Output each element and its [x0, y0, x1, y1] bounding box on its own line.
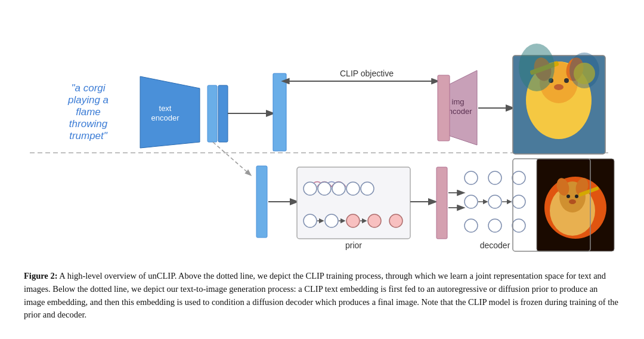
svg-text:trumpet": trumpet" — [69, 130, 108, 141]
svg-point-42 — [304, 214, 317, 227]
svg-point-26 — [564, 78, 569, 83]
svg-point-54 — [512, 171, 525, 184]
svg-point-27 — [554, 84, 564, 90]
svg-point-52 — [465, 171, 478, 184]
svg-point-62 — [512, 219, 525, 232]
main-container: "a corgi playing a flame throwing trumpe… — [0, 0, 644, 331]
svg-text:CLIP objective: CLIP objective — [340, 69, 394, 78]
svg-text:flame: flame — [76, 106, 101, 118]
svg-point-49 — [389, 214, 402, 227]
svg-point-71 — [566, 195, 570, 198]
svg-text:prior: prior — [345, 241, 362, 250]
svg-point-72 — [575, 195, 578, 198]
svg-point-37 — [304, 182, 317, 195]
figure-label: Figure 2: — [24, 271, 58, 281]
svg-point-32 — [569, 53, 599, 88]
svg-point-39 — [332, 182, 345, 195]
svg-text:throwing: throwing — [69, 118, 108, 130]
caption-text: A high-level overview of unCLIP. Above t… — [24, 271, 618, 319]
svg-point-61 — [488, 219, 501, 232]
svg-point-48 — [368, 214, 381, 227]
svg-point-41 — [361, 182, 374, 195]
svg-point-59 — [512, 195, 525, 208]
svg-point-53 — [488, 171, 501, 184]
svg-text:"a corgi: "a corgi — [71, 82, 106, 94]
svg-text:encoder: encoder — [151, 113, 180, 122]
svg-text:img: img — [452, 97, 465, 106]
svg-line-33 — [213, 142, 250, 175]
svg-text:text: text — [159, 104, 172, 113]
svg-point-31 — [519, 44, 555, 91]
svg-point-44 — [325, 214, 338, 227]
diagram-svg: "a corgi playing a flame throwing trumpe… — [24, 11, 620, 267]
svg-rect-10 — [218, 85, 228, 142]
svg-point-38 — [318, 182, 331, 195]
caption-area: Figure 2: A high-level overview of unCLI… — [24, 270, 620, 322]
svg-text:decoder: decoder — [480, 241, 510, 250]
svg-rect-9 — [208, 85, 217, 142]
svg-text:playing a: playing a — [67, 94, 109, 106]
svg-rect-34 — [256, 166, 267, 238]
svg-point-73 — [569, 199, 576, 204]
svg-rect-12 — [273, 73, 286, 151]
svg-point-55 — [465, 195, 478, 208]
svg-rect-36 — [297, 167, 410, 239]
svg-point-60 — [465, 219, 478, 232]
svg-point-57 — [488, 195, 501, 208]
svg-rect-18 — [438, 75, 450, 141]
svg-point-40 — [346, 182, 360, 195]
svg-point-46 — [346, 214, 360, 227]
diagram-area: "a corgi playing a flame throwing trumpe… — [24, 11, 620, 267]
svg-rect-51 — [436, 167, 447, 239]
